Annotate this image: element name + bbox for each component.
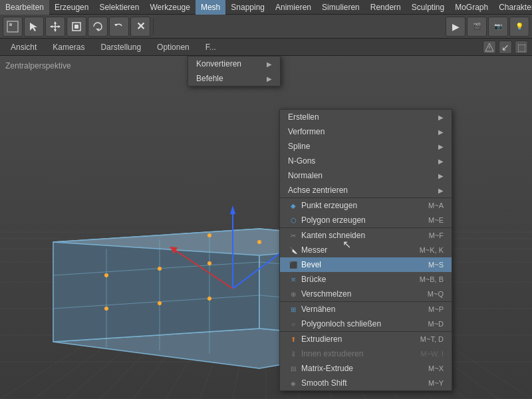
mesh-konvertieren[interactable]: Konvertieren ▶ (188, 57, 280, 71)
menu-charakter[interactable]: Charakter (493, 0, 532, 15)
tool-kanten-schneiden[interactable]: ✂ Kanten schneiden M~F (280, 228, 452, 243)
menu-section-extrude: ⬆ Extrudieren M~T, D ⇩ Innen extrudieren… (280, 332, 452, 390)
tool-vernaehen[interactable]: ⊞ Vernähen M~P (280, 302, 452, 317)
toolbar-light-btn[interactable]: 💡 (509, 17, 529, 37)
tool-punkt-erzeugen[interactable]: ◆ Punkt erzeugen M~A (280, 198, 452, 213)
darstellung-menu[interactable]: Darstellung (94, 41, 148, 53)
submenu-spline[interactable]: Spline ▶ (280, 139, 452, 154)
svg-rect-0 (7, 21, 18, 32)
submenu-achse[interactable]: Achse zentrieren ▶ (280, 183, 452, 198)
menu-werkzeuge[interactable]: Werkzeuge (144, 0, 195, 15)
bruecke-icon: ⤧ (288, 274, 299, 285)
menu-selektieren[interactable]: Selektieren (94, 0, 144, 15)
tool-verschmelzen[interactable]: ⊕ Verschmelzen M~Q (280, 287, 452, 301)
tool-polygon-erzeugen[interactable]: ⬡ Polygon erzeugen M~E (280, 213, 452, 227)
mesh-befehle[interactable]: Befehle ▶ (188, 71, 280, 86)
konvertieren-arrow: ▶ (267, 61, 272, 68)
menu-bearbeiten[interactable]: Bearbeiten (0, 0, 49, 15)
svg-marker-5 (54, 29, 57, 32)
tool-messer[interactable]: 🔪 Messer M~K, K (280, 243, 452, 257)
viewport-nav-btn1[interactable] (483, 41, 496, 54)
mesh-dropdown: Konvertieren ▶ Befehle ▶ (188, 56, 281, 86)
tool-innen-extrudieren: ⇩ Innen extrudieren M~W, I (280, 346, 452, 361)
verformen-submenu: Erstellen ▶ Verformen ▶ Spline ▶ N-Gons … (279, 109, 452, 391)
toolbar-undo-btn[interactable] (109, 17, 129, 37)
svg-marker-6 (50, 25, 53, 28)
viewport[interactable]: Zentralperspektive Konvertieren ▶ Befehl… (0, 56, 532, 399)
menu-section-tools: ◆ Punkt erzeugen M~A ⬡ Polygon erzeugen … (280, 198, 452, 228)
submenu-ngons[interactable]: N-Gons ▶ (280, 154, 452, 168)
svg-rect-1 (9, 23, 12, 26)
befehle-arrow: ▶ (267, 75, 272, 82)
menu-section-categories: Erstellen ▶ Verformen ▶ Spline ▶ N-Gons … (280, 110, 452, 198)
toolbar-scale-btn[interactable] (66, 17, 86, 37)
dropdown-overlay: Konvertieren ▶ Befehle ▶ Erstellen ▶ V (0, 56, 532, 399)
menu-section-cut: ✂ Kanten schneiden M~F 🔪 Messer M~K, K (280, 228, 452, 302)
tool-bruecke[interactable]: ⤧ Brücke M~B, B (280, 272, 452, 287)
viewport-nav-btn2[interactable]: ↙ (499, 41, 512, 54)
menu-section-stitch: ⊞ Vernähen M~P ○ Polygonloch schließen M… (280, 302, 452, 332)
viewport-nav-btn3[interactable]: ⬚ (515, 41, 528, 54)
view-menu[interactable]: Ansicht (4, 41, 43, 53)
svg-marker-4 (54, 21, 57, 24)
tool-bevel[interactable]: ⬛ Bevel M~S (280, 257, 452, 272)
menu-snapping[interactable]: Snapping (225, 0, 270, 15)
punkt-icon: ◆ (288, 200, 299, 211)
bevel-icon: ⬛ (288, 259, 299, 270)
innen-icon: ⇩ (288, 348, 299, 359)
messer-icon: 🔪 (288, 245, 299, 255)
menu-bar: Bearbeiten Erzeugen Selektieren Werkzeug… (0, 0, 532, 15)
smooth-icon: ◈ (288, 378, 299, 388)
cameras-menu[interactable]: Kameras (46, 41, 91, 53)
svg-marker-7 (58, 25, 61, 28)
matrix-icon: ⊟ (288, 363, 299, 374)
verschmelzen-icon: ⊕ (288, 289, 299, 299)
submenu-verformen[interactable]: Verformen ▶ (280, 124, 452, 139)
filter-menu[interactable]: F... (199, 41, 223, 53)
toolbar-mode-btn[interactable] (3, 17, 23, 37)
toolbar-rotate-btn[interactable] (88, 17, 108, 37)
menu-mograph[interactable]: MoGraph (450, 0, 493, 15)
menu-animieren[interactable]: Animieren (270, 0, 317, 15)
kanten-icon: ✂ (288, 230, 299, 241)
extrudieren-icon: ⬆ (288, 334, 299, 344)
menu-sculpting[interactable]: Sculpting (406, 0, 450, 15)
tool-polygonloch[interactable]: ○ Polygonloch schließen M~D (280, 317, 452, 331)
menu-simulieren[interactable]: Simulieren (317, 0, 365, 15)
options-menu[interactable]: Optionen (150, 41, 196, 53)
polygon-icon: ⬡ (288, 215, 299, 225)
menu-mesh[interactable]: Mesh (196, 0, 225, 15)
vernaehen-icon: ⊞ (288, 304, 299, 315)
toolbar-play-btn[interactable]: ▶ (446, 17, 466, 37)
viewport-toolbar: Ansicht Kameras Darstellung Optionen F..… (0, 39, 532, 56)
polygonloch-icon: ○ (288, 319, 299, 329)
submenu-normalen[interactable]: Normalen ▶ (280, 168, 452, 183)
toolbar-move-btn[interactable] (45, 17, 65, 37)
toolbar-camera-btn[interactable]: 📷 (488, 17, 508, 37)
toolbar-select-btn[interactable] (24, 17, 44, 37)
tool-extrudieren[interactable]: ⬆ Extrudieren M~T, D (280, 332, 452, 346)
tool-smooth-shift[interactable]: ◈ Smooth Shift M~Y (280, 376, 452, 390)
toolbar-sep1 (153, 19, 154, 35)
submenu-erstellen[interactable]: Erstellen ▶ (280, 110, 452, 124)
menu-rendern[interactable]: Rendern (365, 0, 406, 15)
toolbar-delete-btn[interactable]: ✕ (130, 17, 150, 37)
main-toolbar: ✕ ▶ 🎬 📷 💡 (0, 15, 532, 39)
menu-erzeugen[interactable]: Erzeugen (49, 0, 94, 15)
svg-rect-9 (74, 25, 78, 29)
tool-matrix-extrude[interactable]: ⊟ Matrix-Extrude M~X (280, 361, 452, 376)
toolbar-render-btn[interactable]: 🎬 (467, 17, 487, 37)
